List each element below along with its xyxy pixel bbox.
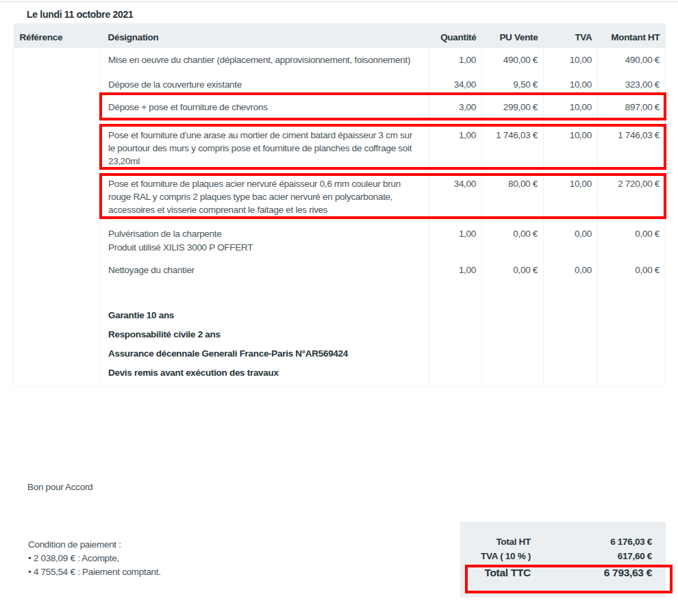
cell-tva: 10,00 [544,73,598,96]
cell-tva: 10,00 [544,48,598,73]
cell-designation: Nettoyage du chantier [101,255,429,285]
totals-row: TVA ( 10 % )617,60 € [460,549,666,563]
header-unit-price: PU Vente [482,23,544,48]
totals-label: Total TTC [460,565,531,580]
cell-tva: 10,00 [544,169,598,217]
items-table: Référence Désignation Quantité PU Vente … [13,23,666,387]
approval-note: Bon pour Accord [27,480,92,494]
totals-row: Total HT6 176,03 € [460,535,666,549]
note-line: Responsabilité civile 2 ans [108,328,425,342]
totals-label: TVA ( 10 % ) [460,549,531,563]
cell-quantity: 1,00 [429,48,482,73]
cell-amount: 0,00 € [598,255,666,285]
cell-reference [14,255,101,285]
cell-amount [598,285,666,386]
cell-amount: 323,00 € [598,73,666,96]
cell-unit-price: 1 746,03 € [482,121,544,169]
totals-value: 6 176,03 € [531,535,652,549]
cell-tva [544,285,598,386]
table-notes-row: Garantie 10 ansResponsabilité civile 2 a… [14,285,666,386]
table-row: Mise en oeuvre du chantier (déplacement,… [14,48,666,73]
totals-value: 617,60 € [531,549,652,563]
top-divider [0,1,678,2]
table-header-row: Référence Désignation Quantité PU Vente … [14,23,666,48]
header-reference: Référence [14,23,101,48]
note-line: Devis remis avant exécution des travaux [108,366,425,380]
table-row: Dépose + pose et fourniture de chevrons3… [14,96,666,121]
cell-quantity [429,285,482,386]
cell-tva: 10,00 [544,121,598,169]
payment-item: 2 038,09 € : Acompte, [28,552,161,565]
document-page: Le lundi 11 octobre 2021 Référence Désig… [0,0,678,616]
cell-unit-price: 80,00 € [482,169,544,217]
payment-item: 4 755,54 € : Paiement comptant. [28,565,161,579]
note-line: Garantie 10 ans [108,309,425,322]
header-tva: TVA [544,23,598,48]
cell-unit-price: 0,00 € [482,217,544,255]
header-quantity: Quantité [429,23,482,48]
table-row: Pulvérisation de la charpente Produit ut… [14,217,666,255]
cell-notes: Garantie 10 ansResponsabilité civile 2 a… [101,285,429,386]
table-row: Pose et fourniture d'une arase au mortie… [14,121,666,169]
cell-amount: 1 746,03 € [598,121,666,169]
totals-label: Total HT [460,535,531,549]
totals-row: Total TTC6 793,63 € [460,565,666,580]
totals-box: Total HT6 176,03 €TVA ( 10 % )617,60 €To… [460,522,666,598]
cell-quantity: 3,00 [429,96,482,121]
cell-quantity: 1,00 [429,217,482,255]
cell-designation: Pose et fourniture de plaques acier nerv… [101,169,429,217]
cell-unit-price: 9,50 € [482,73,544,96]
cell-quantity: 1,00 [429,255,482,285]
table-row: Pose et fourniture de plaques acier nerv… [14,169,666,217]
cell-reference [14,217,101,255]
cell-unit-price [482,285,544,386]
cell-unit-price: 0,00 € [482,255,544,285]
cell-amount: 897,00 € [598,96,666,121]
note-line: Assurance décennale Generali France-Pari… [108,347,425,361]
cell-amount: 2 720,00 € [598,169,666,217]
cell-reference [14,169,101,217]
cell-quantity: 34,00 [429,169,482,217]
cell-quantity: 1,00 [429,121,482,169]
cell-quantity: 34,00 [429,73,482,96]
date-line: Le lundi 11 octobre 2021 [27,10,133,20]
cell-tva: 10,00 [544,96,598,121]
header-designation: Désignation [101,23,429,48]
cell-designation: Pulvérisation de la charpente Produit ut… [101,217,429,255]
table-row: Dépose de la couverture existante34,009,… [14,73,666,96]
cell-designation: Dépose + pose et fourniture de chevrons [101,96,429,121]
cell-reference [14,96,101,121]
cell-reference [14,285,101,386]
cell-unit-price: 299,00 € [482,96,544,121]
cell-reference [14,121,101,169]
cell-designation: Mise en oeuvre du chantier (déplacement,… [101,48,429,73]
items-table-body: Mise en oeuvre du chantier (déplacement,… [14,48,666,386]
table-row: Nettoyage du chantier1,000,00 €0,000,00 … [14,255,666,285]
cell-reference [14,48,101,73]
cell-tva: 0,00 [544,255,598,285]
cell-amount: 490,00 € [598,48,666,73]
cell-reference [14,73,101,96]
payment-conditions: Condition de paiement : 2 038,09 € : Aco… [28,538,161,579]
header-amount: Montant HT [598,23,666,48]
cell-designation: Pose et fourniture d'une arase au mortie… [101,121,429,169]
cell-amount: 0,00 € [598,217,666,255]
cell-designation: Dépose de la couverture existante [101,73,429,96]
cell-tva: 0,00 [544,217,598,255]
cell-unit-price: 490,00 € [482,48,544,73]
payment-conditions-title: Condition de paiement : [28,538,161,552]
totals-value: 6 793,63 € [531,565,652,580]
